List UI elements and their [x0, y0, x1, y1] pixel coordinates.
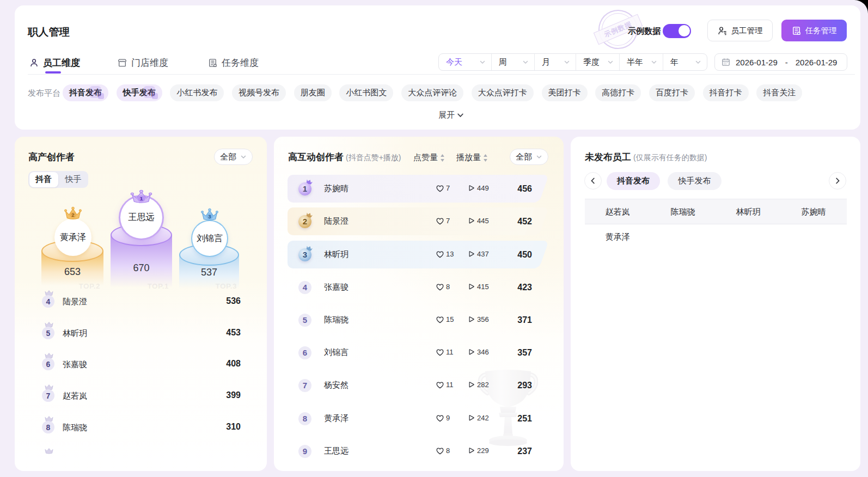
svg-text:2: 2	[71, 213, 74, 218]
svg-text:1: 1	[139, 195, 143, 201]
svg-text:3: 3	[208, 214, 211, 219]
